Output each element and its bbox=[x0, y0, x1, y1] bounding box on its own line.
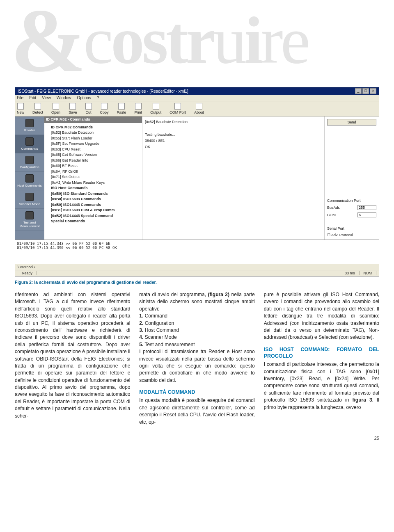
menu-edit[interactable]: Edit bbox=[29, 96, 36, 100]
status-ms: 33 ms bbox=[341, 271, 360, 275]
status-bar: Ready 33 ms NUM bbox=[15, 270, 379, 276]
list-item: 3. Host Command bbox=[139, 327, 254, 334]
cut-icon bbox=[85, 103, 92, 110]
tool-paste[interactable]: Paste bbox=[117, 103, 126, 114]
center-ok: OK bbox=[145, 144, 322, 150]
center-baud: 38400 / 8E1 bbox=[145, 138, 322, 144]
save-icon bbox=[69, 103, 76, 110]
menu-bar: File Edit View Window Options ? bbox=[15, 95, 379, 101]
sidebar-reader[interactable]: Reader bbox=[15, 116, 44, 135]
body-text: I comandi di particolare interesse, che … bbox=[264, 361, 379, 411]
config-icon bbox=[25, 156, 34, 164]
tree-item[interactable]: [0x71] Set Output bbox=[46, 174, 140, 180]
page-number: 25 bbox=[15, 436, 379, 441]
menu-help[interactable]: ? bbox=[97, 96, 99, 100]
tree-item[interactable]: [0xB2] ISO14443 Special Command bbox=[46, 213, 140, 219]
com-input[interactable] bbox=[357, 212, 376, 217]
tool-open[interactable]: Open bbox=[51, 103, 60, 114]
sidebar-commands[interactable]: Commands bbox=[15, 135, 44, 153]
tree-item[interactable]: [0x66] Get Reader Info bbox=[46, 158, 140, 164]
tool-new[interactable]: New bbox=[17, 103, 24, 114]
tree-item[interactable]: [0x55] Start Flash Loader bbox=[46, 136, 140, 142]
log-tabs: \ Protocol / bbox=[15, 264, 379, 270]
detect-icon bbox=[34, 103, 41, 110]
body-text: mata di avvio del programma, (figura 2) … bbox=[139, 291, 254, 313]
tree-item[interactable]: [0xB1] ISO15693 Cust & Prop Comm bbox=[46, 208, 140, 213]
tool-save[interactable]: Save bbox=[69, 103, 77, 114]
sidebar-config[interactable]: Configuration bbox=[15, 153, 44, 172]
list-item: 2. Configuration bbox=[139, 320, 254, 327]
column-2: mata di avvio del programma, (figura 2) … bbox=[139, 291, 254, 426]
hostcmd-icon bbox=[25, 174, 34, 183]
tree-item[interactable]: [0xB0] ISO Standard Commands bbox=[46, 191, 140, 197]
menu-options[interactable]: Options bbox=[77, 96, 91, 100]
list-item: 1. Command bbox=[139, 313, 254, 320]
menu-window[interactable]: Window bbox=[57, 96, 71, 100]
tree-header: ID CPR.M02 - Commands bbox=[44, 116, 142, 123]
tree-item[interactable]: [0xB0] ISO14443 Commands bbox=[46, 202, 140, 208]
tree-item[interactable]: [0x65] Get Software Version bbox=[46, 152, 140, 158]
tool-copy[interactable]: Copy bbox=[100, 103, 109, 114]
window-titlebar: ISOStart - FEIG ELECTRONIC GmbH - advanc… bbox=[15, 87, 379, 95]
sidebar: Reader Commands Configuration Host Comma… bbox=[15, 116, 44, 240]
toolbar: New Detect Open Save Cut Copy Paste Prin… bbox=[15, 101, 379, 116]
center-header: [0x52] Baudrate Detection bbox=[145, 119, 322, 125]
right-panel: Send Communication Port BusAdr: COM Seri… bbox=[324, 116, 379, 240]
tool-print[interactable]: Print bbox=[135, 103, 142, 114]
body-text: I protocolli di trasmissione tra Reader … bbox=[139, 348, 254, 384]
adv-checkbox[interactable]: ☐ Adv. Protocol bbox=[327, 233, 376, 237]
sidebar-scanner[interactable]: Scanner Mode bbox=[15, 190, 44, 209]
minimize-icon[interactable]: _ bbox=[355, 88, 362, 94]
tree-item[interactable]: [0x52] Baudrate Detection bbox=[46, 130, 140, 136]
maximize-icon[interactable]: □ bbox=[362, 88, 369, 94]
busadr-field: BusAdr: bbox=[327, 205, 376, 210]
commport-label: Communication Port bbox=[327, 199, 376, 203]
scanner-icon bbox=[25, 193, 34, 201]
tool-detect[interactable]: Detect bbox=[32, 103, 43, 114]
commands-icon bbox=[25, 137, 34, 146]
tree-item[interactable]: [0xB0] ISO15693 Commands bbox=[46, 196, 140, 202]
tree-item[interactable]: Special Commands bbox=[46, 219, 140, 224]
tab-protocol[interactable]: Protocol bbox=[20, 265, 33, 269]
list-item: 4. Scanner Mode bbox=[139, 334, 254, 341]
figure-caption: Figura 2: la schermata di avvio del prog… bbox=[15, 280, 379, 285]
status-ready: Ready bbox=[18, 271, 37, 275]
paste-icon bbox=[118, 103, 125, 110]
comport-icon bbox=[174, 103, 181, 110]
tool-cut[interactable]: Cut bbox=[85, 103, 92, 114]
tree-item[interactable]: [0x69] RF Reset bbox=[46, 163, 140, 169]
menu-view[interactable]: View bbox=[42, 96, 51, 100]
tree-item[interactable]: [0x6A] RF OnOff bbox=[46, 169, 140, 175]
tree-root[interactable]: ID CPR.M02 Commands bbox=[46, 125, 140, 130]
sidebar-hostcmd[interactable]: Host Commands bbox=[15, 172, 44, 190]
menu-file[interactable]: File bbox=[17, 96, 23, 100]
body-text: pure è possibile attivare gli ISO Host C… bbox=[264, 291, 379, 341]
body-text: riferimento ad ambienti con sistemi oper… bbox=[15, 291, 130, 420]
center-status: Testing baudrate... bbox=[145, 132, 322, 138]
busadr-input[interactable] bbox=[357, 205, 376, 210]
tree-root2[interactable]: ISO Host Commands bbox=[46, 185, 140, 191]
tool-output[interactable]: Output bbox=[150, 103, 161, 114]
tree-item[interactable]: [0x63] CPU Reset bbox=[46, 147, 140, 153]
send-button[interactable]: Send bbox=[327, 119, 376, 126]
tool-about[interactable]: About bbox=[194, 103, 204, 114]
status-num: NUM bbox=[360, 271, 377, 275]
sidebar-test[interactable]: Test and Measurement bbox=[15, 209, 44, 231]
list-item: 5. Test and measurement bbox=[139, 341, 254, 348]
tree-item[interactable]: [0x5F] Set Firmware Upgrade bbox=[46, 141, 140, 147]
window-buttons: _ □ × bbox=[355, 88, 376, 94]
column-1: riferimento ad ambienti con sistemi oper… bbox=[15, 291, 130, 426]
output-icon bbox=[153, 103, 159, 110]
tool-comport[interactable]: COM Port bbox=[170, 103, 186, 114]
log-line: 01/09/10 17:15:44.343 >> 06 FF 52 00 0F … bbox=[17, 242, 377, 246]
com-field: COM bbox=[327, 212, 376, 217]
reader-icon bbox=[25, 119, 34, 127]
log-line: 01/09/10 17:15:44.390 << 06 00 52 00 FC … bbox=[17, 246, 377, 250]
serial-label: Serial Port bbox=[327, 226, 376, 231]
tree-item[interactable]: [0xA2] Write Mifare Reader Keys bbox=[46, 180, 140, 186]
title-text: ISOStart - FEIG ELECTRONIC GmbH - advanc… bbox=[18, 89, 188, 94]
new-icon bbox=[17, 103, 24, 110]
body-text: In questa modalità è possibile eseguire … bbox=[139, 397, 254, 426]
test-icon bbox=[25, 211, 34, 219]
close-icon[interactable]: × bbox=[370, 88, 376, 94]
